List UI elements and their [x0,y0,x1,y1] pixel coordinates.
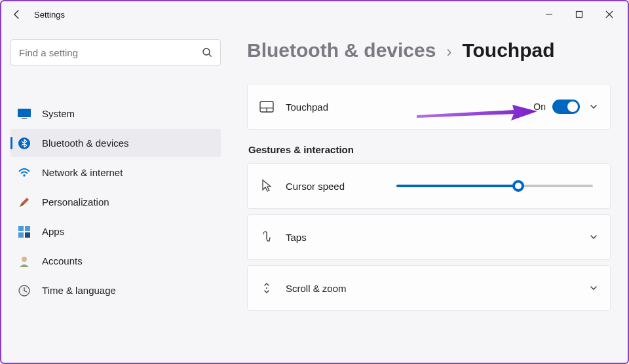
sidebar-item-personalization[interactable]: Personalization [10,188,221,216]
slider-thumb[interactable] [512,180,524,192]
svg-point-2 [203,48,210,55]
apps-icon [16,225,33,238]
touchpad-toggle[interactable] [552,100,580,114]
maximize-button[interactable] [571,7,587,22]
arrow-left-icon [12,9,22,20]
tap-icon [259,230,274,244]
section-heading-gestures: Gestures & interaction [248,144,611,155]
taps-label: Taps [286,232,307,243]
chevron-down-icon [589,283,598,293]
touchpad-icon [259,100,274,114]
sidebar-item-bluetooth-devices[interactable]: Bluetooth & devices [10,129,221,157]
search-icon [202,47,212,58]
svg-point-7 [23,174,26,177]
svg-rect-8 [18,226,24,231]
sidebar-item-time-language[interactable]: Time & language [10,276,221,304]
chevron-down-icon [589,102,598,111]
scroll-zoom-icon [259,281,274,295]
system-icon [16,107,33,120]
sidebar-item-label: Network & internet [42,167,123,178]
toggle-state-text: On [533,101,546,112]
sidebar-item-label: Personalization [42,196,109,208]
svg-point-17 [266,287,267,289]
sidebar-item-label: System [42,108,75,119]
svg-rect-4 [18,109,31,117]
sidebar-item-accounts[interactable]: Accounts [10,247,221,275]
close-button[interactable] [601,7,617,22]
sidebar-item-network[interactable]: Network & internet [10,158,221,187]
cursor-speed-label: Cursor speed [286,181,345,192]
cursor-speed-slider[interactable] [396,185,593,187]
back-button[interactable] [8,5,26,24]
svg-rect-1 [577,12,582,18]
sidebar-item-label: Bluetooth & devices [42,137,129,149]
window-title: Settings [34,10,65,20]
search-input[interactable] [19,47,202,58]
slider-fill [396,185,518,187]
sidebar-item-label: Time & language [42,285,116,296]
window-controls [541,7,621,22]
svg-point-12 [22,257,27,262]
breadcrumb-parent[interactable]: Bluetooth & devices [247,39,436,62]
scroll-zoom-label: Scroll & zoom [286,283,347,294]
maximize-icon [575,10,583,18]
accounts-icon [16,255,33,268]
clock-icon [16,284,33,297]
sidebar-item-system[interactable]: System [10,100,221,128]
chevron-right-icon: › [446,43,451,61]
sidebar-nav: System Bluetooth & devices Network & int… [10,100,221,304]
breadcrumb-current: Touchpad [462,39,554,62]
svg-line-3 [209,54,212,57]
sidebar-item-apps[interactable]: Apps [10,217,221,246]
scroll-zoom-card[interactable]: Scroll & zoom [247,265,611,311]
main-content: Bluetooth & devices › Touchpad Touchpad … [227,27,628,316]
toggle-knob [567,101,578,112]
bluetooth-icon [16,137,33,150]
minimize-icon [545,10,553,18]
touchpad-card[interactable]: Touchpad On [247,84,611,130]
cursor-icon [259,179,274,193]
search-box[interactable] [10,39,221,65]
close-icon [605,10,613,18]
sidebar-item-label: Accounts [42,255,83,266]
sidebar-item-label: Apps [42,226,64,237]
chevron-down-icon [589,232,598,242]
taps-card[interactable]: Taps [247,214,611,260]
touchpad-label: Touchpad [286,101,328,113]
svg-rect-9 [25,226,30,231]
breadcrumb: Bluetooth & devices › Touchpad [247,39,611,62]
wifi-icon [16,166,33,179]
titlebar: Settings [1,1,628,27]
cursor-speed-card: Cursor speed [247,163,611,209]
sidebar: System Bluetooth & devices Network & int… [1,27,227,316]
svg-rect-11 [25,232,30,238]
paintbrush-icon [16,196,33,209]
minimize-button[interactable] [541,7,557,22]
svg-rect-10 [18,232,24,238]
svg-rect-5 [22,118,27,119]
